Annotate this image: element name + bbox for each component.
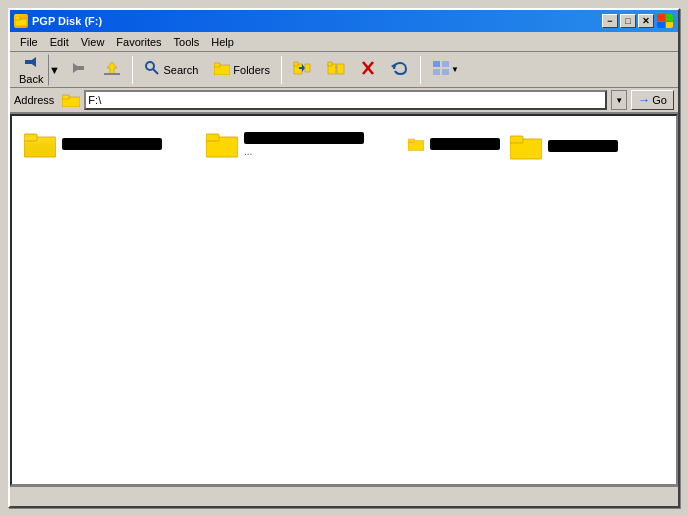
undo-button[interactable] [384,54,416,86]
menu-favorites[interactable]: Favorites [110,34,167,50]
address-input[interactable] [88,94,603,106]
folder-name [548,140,618,152]
back-button[interactable]: Back [14,54,48,86]
xp-logo [657,14,673,28]
svg-rect-13 [294,62,298,66]
svg-point-8 [146,62,154,70]
address-dropdown[interactable]: ▼ [611,90,627,110]
move-button[interactable] [286,54,318,86]
go-button[interactable]: → Go [631,90,674,110]
status-bar [10,486,678,506]
svg-line-9 [153,69,158,74]
svg-rect-1 [15,16,20,20]
delete-icon [361,60,375,79]
title-bar: PGP Disk (F:) − □ ✕ [10,10,678,32]
svg-rect-26 [442,69,449,75]
title-buttons: − □ ✕ [602,14,674,28]
svg-rect-5 [76,66,84,70]
svg-rect-19 [337,64,344,74]
svg-rect-23 [433,61,440,67]
minimize-button[interactable]: − [602,14,618,28]
svg-rect-37 [510,136,523,143]
content-area: ... [10,114,678,486]
folder-item[interactable] [506,128,666,164]
folder-name [430,138,500,150]
copy-icon [327,60,345,79]
separator-3 [420,56,421,84]
address-folder-icon [62,93,80,107]
search-label: Search [163,64,198,76]
svg-rect-28 [62,95,69,99]
folder-icon [24,130,56,158]
svg-rect-31 [24,137,56,157]
explorer-window: PGP Disk (F:) − □ ✕ File Edit View Favor… [8,8,680,508]
views-icon [432,60,450,79]
svg-rect-3 [25,60,33,64]
svg-rect-35 [408,139,415,143]
svg-rect-25 [433,69,440,75]
separator-1 [132,56,133,84]
views-button[interactable]: ▼ [425,54,466,86]
svg-rect-15 [305,64,310,72]
menu-file[interactable]: File [14,34,44,50]
svg-rect-24 [442,61,449,67]
toolbar: Back ▼ [10,52,678,88]
go-arrow-icon: → [638,93,650,107]
menu-help[interactable]: Help [205,34,240,50]
search-button[interactable]: Search [137,54,205,86]
move-icon [293,60,311,79]
maximize-button[interactable]: □ [620,14,636,28]
address-label: Address [14,94,58,106]
folders-button[interactable]: Folders [207,54,277,86]
back-label: Back [19,73,43,85]
go-label: Go [652,94,667,106]
folder-item[interactable] [404,124,504,164]
window-icon [14,14,28,28]
address-bar: Address ▼ → Go [10,88,678,114]
svg-rect-7 [104,73,120,75]
title-bar-left: PGP Disk (F:) [14,14,102,28]
up-icon [103,60,121,79]
close-button[interactable]: ✕ [638,14,654,28]
svg-rect-17 [328,62,332,66]
folders-label: Folders [233,64,270,76]
up-button[interactable] [96,54,128,86]
search-icon [144,60,160,79]
undo-icon [391,60,409,79]
address-input-wrap [84,90,607,110]
svg-marker-6 [107,62,117,74]
folder-item[interactable] [20,124,200,164]
menu-tools[interactable]: Tools [168,34,206,50]
copy-button[interactable] [320,54,352,86]
folder-icon [510,132,542,160]
forward-button[interactable] [62,54,94,86]
window-title: PGP Disk (F:) [32,15,102,27]
folder-icon [408,130,424,158]
separator-2 [281,56,282,84]
menu-view[interactable]: View [75,34,111,50]
back-icon [22,55,40,72]
folder-item[interactable]: ... [202,124,402,164]
folder-name [244,132,364,144]
svg-rect-11 [214,63,220,67]
folder-name [62,138,162,150]
folder-icon [206,130,238,158]
svg-rect-33 [206,134,219,141]
back-dropdown[interactable]: ▼ [48,54,60,86]
forward-icon [69,61,87,78]
back-button-group: Back ▼ [14,54,60,86]
menu-bar: File Edit View Favorites Tools Help [10,32,678,52]
menu-edit[interactable]: Edit [44,34,75,50]
delete-button[interactable] [354,54,382,86]
folders-icon [214,61,230,78]
